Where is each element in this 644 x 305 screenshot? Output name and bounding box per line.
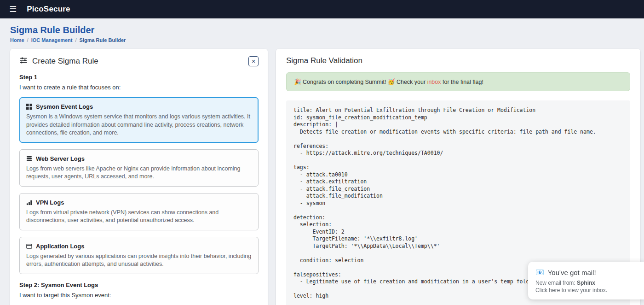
- breadcrumb-separator: /: [27, 37, 29, 43]
- log-source-option-application[interactable]: Application Logs Logs generated by vario…: [19, 237, 259, 274]
- option-label: Sysmon Event Logs: [36, 103, 93, 110]
- option-description: Logs from web servers like Apache or Ngi…: [26, 165, 252, 181]
- bar-chart-icon: [26, 199, 32, 205]
- sliders-icon: [19, 56, 28, 66]
- toast-inbox-link[interactable]: Click here to view your inbox.: [535, 287, 637, 293]
- toast-sender: Sphinx: [577, 280, 595, 286]
- option-label: VPN Logs: [36, 199, 64, 206]
- log-source-option-web-server[interactable]: Web Server Logs Logs from web servers li…: [19, 149, 259, 187]
- step1-prompt: I want to create a rule that focuses on:: [19, 84, 259, 91]
- log-source-option-vpn[interactable]: VPN Logs Logs from virtual private netwo…: [19, 193, 259, 230]
- page-title: Sigma Rule Builder: [10, 25, 640, 35]
- option-description: Logs generated by various applications c…: [26, 252, 252, 269]
- breadcrumb-ioc-management[interactable]: IOC Management: [31, 37, 73, 43]
- option-label: Web Server Logs: [36, 155, 85, 162]
- alert-text-suffix: for the final flag!: [441, 79, 483, 85]
- builder-title: Create Sigma Rule: [32, 57, 98, 66]
- option-label: Application Logs: [36, 243, 84, 250]
- toast-title: You've got mail!: [548, 269, 596, 276]
- envelope-icon: 📧: [535, 268, 544, 276]
- option-description: Logs from virtual private network (VPN) …: [26, 209, 252, 225]
- brand-title[interactable]: PicoSecure: [27, 5, 70, 14]
- window-icon: [26, 243, 32, 249]
- option-description: Sysmon is a Windows system service that …: [26, 113, 252, 137]
- grid-icon: [26, 104, 32, 110]
- builder-header: Create Sigma Rule ✕: [19, 56, 259, 66]
- success-alert: 🎉 Congrats on completing Summit! 🥳 Check…: [286, 72, 630, 91]
- breadcrumb-home[interactable]: Home: [10, 37, 24, 43]
- step2-label: Step 2: Sysmon Event Logs: [19, 282, 259, 288]
- breadcrumb: Home / IOC Management / Sigma Rule Build…: [10, 37, 640, 43]
- toast-from-line: New email from: Sphinx: [535, 280, 637, 286]
- mail-toast: 📧 You've got mail! New email from: Sphin…: [528, 262, 644, 299]
- inbox-link[interactable]: inbox: [427, 79, 441, 85]
- toast-title-row: 📧 You've got mail!: [535, 268, 637, 276]
- close-icon[interactable]: ✕: [248, 56, 259, 66]
- create-sigma-rule-panel: Create Sigma Rule ✕ Step 1 I want to cre…: [10, 49, 268, 305]
- toast-from-prefix: New email from:: [535, 280, 577, 286]
- breadcrumb-separator: /: [75, 37, 76, 43]
- breadcrumb-current: Sigma Rule Builder: [80, 37, 126, 43]
- alert-text-prefix: 🎉 Congrats on completing Summit! 🥳 Check…: [294, 79, 427, 85]
- server-stack-icon: [26, 156, 32, 162]
- log-source-option-sysmon[interactable]: Sysmon Event Logs Sysmon is a Windows sy…: [19, 97, 259, 143]
- validation-title: Sigma Rule Validation: [286, 56, 630, 65]
- step2-prompt: I want to target this Sysmon event:: [19, 292, 259, 299]
- top-navbar: ☰ PicoSecure: [0, 0, 644, 18]
- menu-icon[interactable]: ☰: [6, 4, 19, 14]
- step1-label: Step 1: [19, 74, 259, 81]
